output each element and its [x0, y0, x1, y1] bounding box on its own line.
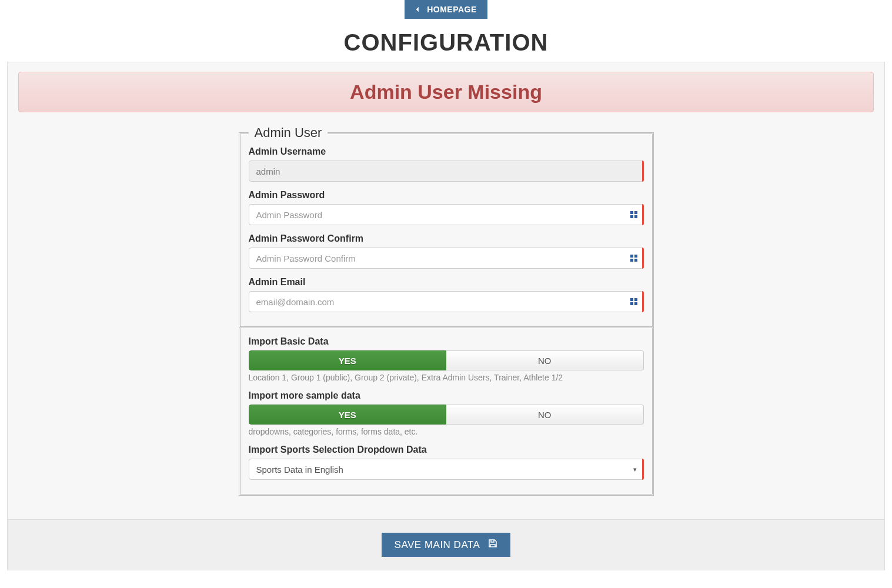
admin-password-confirm-label: Admin Password Confirm [249, 233, 644, 244]
import-sample-toggle: YES NO [249, 405, 644, 425]
svg-rect-8 [630, 298, 633, 301]
arrow-left-icon [415, 5, 421, 14]
svg-rect-9 [634, 298, 637, 301]
import-sample-no[interactable]: NO [446, 405, 644, 425]
admin-password-confirm-input[interactable] [249, 248, 644, 269]
password-manager-icon [630, 254, 638, 262]
alert-admin-missing: Admin User Missing [18, 72, 874, 112]
admin-password-input[interactable] [249, 204, 644, 225]
import-basic-label: Import Basic Data [249, 336, 644, 347]
password-manager-icon [630, 298, 638, 306]
svg-rect-1 [634, 211, 637, 214]
import-basic-no[interactable]: NO [446, 350, 644, 370]
svg-rect-3 [634, 215, 637, 218]
import-basic-toggle: YES NO [249, 350, 644, 370]
import-sample-help: dropdowns, categories, forms, forms data… [249, 427, 644, 436]
admin-user-fieldset: Admin User Admin Username Admin Password… [239, 125, 654, 328]
admin-user-legend: Admin User [249, 125, 328, 141]
svg-rect-2 [630, 215, 633, 218]
import-sample-yes[interactable]: YES [249, 405, 447, 425]
password-manager-icon [630, 211, 638, 219]
import-sports-select[interactable]: Sports Data in English [249, 459, 644, 480]
svg-rect-10 [630, 302, 633, 305]
svg-rect-7 [634, 259, 637, 262]
admin-username-input [249, 161, 644, 182]
admin-email-label: Admin Email [249, 277, 644, 288]
footer-bar: SAVE MAIN DATA [7, 520, 885, 570]
admin-username-label: Admin Username [249, 146, 644, 157]
import-basic-yes[interactable]: YES [249, 350, 447, 370]
import-section: Import Basic Data YES NO Location 1, Gro… [239, 328, 654, 496]
homepage-button-label: HOMEPAGE [427, 5, 477, 14]
import-basic-help: Location 1, Group 1 (public), Group 2 (p… [249, 373, 644, 382]
svg-rect-5 [634, 255, 637, 258]
import-sports-label: Import Sports Selection Dropdown Data [249, 445, 644, 455]
svg-rect-4 [630, 255, 633, 258]
svg-rect-0 [630, 211, 633, 214]
svg-rect-11 [634, 302, 637, 305]
save-icon [488, 539, 497, 551]
admin-email-input[interactable] [249, 291, 644, 312]
admin-password-label: Admin Password [249, 190, 644, 201]
save-button-label: SAVE MAIN DATA [395, 539, 480, 551]
import-sample-label: Import more sample data [249, 390, 644, 401]
svg-rect-6 [630, 259, 633, 262]
page-title: CONFIGURATION [0, 29, 892, 56]
save-main-data-button[interactable]: SAVE MAIN DATA [382, 533, 511, 557]
main-panel: Admin User Missing Admin User Admin User… [7, 62, 885, 520]
homepage-button[interactable]: HOMEPAGE [405, 0, 487, 19]
